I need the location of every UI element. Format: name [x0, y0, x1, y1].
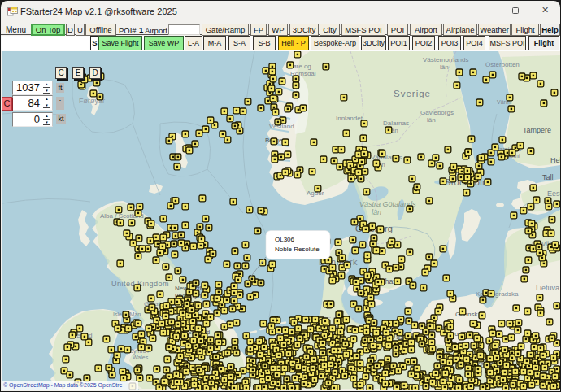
svg-text:Gävleborgs: Gävleborgs [420, 109, 454, 116]
svg-text:Österbotten: Österbotten [485, 61, 520, 68]
svg-text:Lietuva: Lietuva [536, 284, 559, 292]
svg-text:län: län [440, 63, 449, 71]
svg-text:Gdansk: Gdansk [455, 311, 479, 318]
svg-text:län: län [427, 116, 436, 124]
svg-text:Eesti: Eesti [547, 189, 560, 198]
svg-text:Innlandet: Innlandet [336, 115, 363, 122]
svg-text:OL306: OL306 [275, 236, 295, 243]
svg-text:Hel: Hel [550, 156, 560, 164]
svg-text:Tall: Tall [542, 173, 554, 181]
svg-text:Tampere: Tampere [523, 126, 551, 134]
svg-text:Västernorrlands: Västernorrlands [423, 56, 468, 63]
svg-text:län: län [372, 208, 381, 216]
svg-text:Wales: Wales [133, 355, 149, 360]
svg-text:Dalarnas: Dalarnas [383, 120, 409, 127]
svg-text:Noble Resolute: Noble Resolute [275, 246, 320, 253]
svg-text:Sverige: Sverige [394, 89, 431, 98]
